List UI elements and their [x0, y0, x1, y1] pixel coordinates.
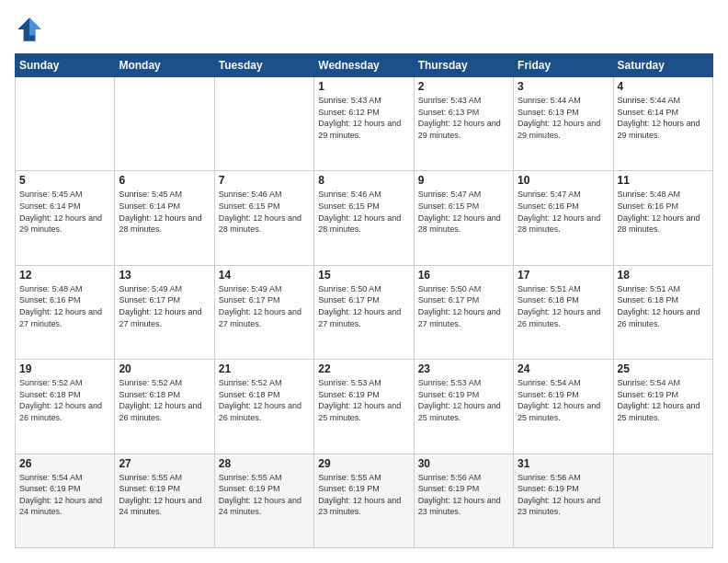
calendar-week-row: 26Sunrise: 5:54 AM Sunset: 6:19 PM Dayli… — [16, 454, 713, 547]
calendar-header-row: SundayMondayTuesdayWednesdayThursdayFrid… — [16, 54, 713, 77]
day-info: Sunrise: 5:51 AM Sunset: 6:18 PM Dayligh… — [618, 283, 709, 329]
day-info: Sunrise: 5:44 AM Sunset: 6:14 PM Dayligh… — [618, 95, 709, 141]
calendar-cell: 23Sunrise: 5:53 AM Sunset: 6:19 PM Dayli… — [414, 360, 513, 454]
day-number: 28 — [219, 457, 310, 470]
day-info: Sunrise: 5:55 AM Sunset: 6:19 PM Dayligh… — [318, 472, 409, 518]
calendar-cell: 3Sunrise: 5:44 AM Sunset: 6:13 PM Daylig… — [514, 77, 613, 171]
day-info: Sunrise: 5:52 AM Sunset: 6:18 PM Dayligh… — [19, 377, 110, 423]
day-number: 12 — [19, 269, 110, 282]
calendar-cell: 29Sunrise: 5:55 AM Sunset: 6:19 PM Dayli… — [314, 454, 414, 547]
calendar-cell: 26Sunrise: 5:54 AM Sunset: 6:19 PM Dayli… — [16, 454, 115, 547]
calendar-cell: 31Sunrise: 5:56 AM Sunset: 6:19 PM Dayli… — [514, 454, 613, 547]
weekday-header-thursday: Thursday — [414, 54, 513, 77]
day-info: Sunrise: 5:54 AM Sunset: 6:19 PM Dayligh… — [19, 472, 110, 518]
calendar-cell: 22Sunrise: 5:53 AM Sunset: 6:19 PM Dayli… — [314, 360, 414, 454]
day-info: Sunrise: 5:49 AM Sunset: 6:17 PM Dayligh… — [119, 283, 210, 329]
day-number: 6 — [119, 174, 210, 187]
day-number: 14 — [219, 269, 310, 282]
day-number: 21 — [219, 362, 310, 375]
day-info: Sunrise: 5:48 AM Sunset: 6:16 PM Dayligh… — [19, 283, 110, 329]
day-number: 8 — [318, 174, 409, 187]
day-info: Sunrise: 5:54 AM Sunset: 6:19 PM Dayligh… — [618, 377, 709, 423]
calendar-cell: 17Sunrise: 5:51 AM Sunset: 6:18 PM Dayli… — [514, 265, 613, 359]
day-info: Sunrise: 5:55 AM Sunset: 6:19 PM Dayligh… — [119, 472, 210, 518]
day-number: 3 — [518, 80, 609, 93]
day-number: 2 — [418, 80, 509, 93]
day-info: Sunrise: 5:46 AM Sunset: 6:15 PM Dayligh… — [219, 189, 310, 235]
day-number: 25 — [618, 362, 709, 375]
day-info: Sunrise: 5:56 AM Sunset: 6:19 PM Dayligh… — [418, 472, 509, 518]
calendar-cell — [115, 77, 214, 171]
day-number: 10 — [518, 174, 609, 187]
calendar-cell: 7Sunrise: 5:46 AM Sunset: 6:15 PM Daylig… — [214, 171, 313, 265]
weekday-header-friday: Friday — [514, 54, 613, 77]
day-number: 27 — [119, 457, 210, 470]
day-info: Sunrise: 5:47 AM Sunset: 6:15 PM Dayligh… — [418, 189, 509, 235]
page: SundayMondayTuesdayWednesdayThursdayFrid… — [0, 0, 728, 563]
calendar-cell: 18Sunrise: 5:51 AM Sunset: 6:18 PM Dayli… — [613, 265, 712, 359]
calendar-week-row: 12Sunrise: 5:48 AM Sunset: 6:16 PM Dayli… — [16, 265, 713, 359]
header — [15, 15, 713, 44]
calendar-cell: 16Sunrise: 5:50 AM Sunset: 6:17 PM Dayli… — [414, 265, 513, 359]
day-number: 20 — [119, 362, 210, 375]
weekday-header-tuesday: Tuesday — [214, 54, 313, 77]
day-info: Sunrise: 5:46 AM Sunset: 6:15 PM Dayligh… — [318, 189, 409, 235]
calendar-cell: 25Sunrise: 5:54 AM Sunset: 6:19 PM Dayli… — [613, 360, 712, 454]
day-info: Sunrise: 5:45 AM Sunset: 6:14 PM Dayligh… — [119, 189, 210, 235]
day-number: 22 — [318, 362, 409, 375]
day-info: Sunrise: 5:49 AM Sunset: 6:17 PM Dayligh… — [219, 283, 310, 329]
calendar-cell: 21Sunrise: 5:52 AM Sunset: 6:18 PM Dayli… — [214, 360, 313, 454]
calendar-cell: 30Sunrise: 5:56 AM Sunset: 6:19 PM Dayli… — [414, 454, 513, 547]
svg-marker-1 — [29, 17, 41, 35]
day-number: 29 — [318, 457, 409, 470]
calendar-cell: 20Sunrise: 5:52 AM Sunset: 6:18 PM Dayli… — [115, 360, 214, 454]
weekday-header-monday: Monday — [115, 54, 214, 77]
weekday-header-sunday: Sunday — [16, 54, 115, 77]
day-info: Sunrise: 5:48 AM Sunset: 6:16 PM Dayligh… — [618, 189, 709, 235]
day-info: Sunrise: 5:45 AM Sunset: 6:14 PM Dayligh… — [19, 189, 110, 235]
calendar-cell: 4Sunrise: 5:44 AM Sunset: 6:14 PM Daylig… — [613, 77, 712, 171]
logo — [15, 15, 48, 44]
day-info: Sunrise: 5:44 AM Sunset: 6:13 PM Dayligh… — [518, 95, 609, 141]
calendar-cell: 2Sunrise: 5:43 AM Sunset: 6:13 PM Daylig… — [414, 77, 513, 171]
day-number: 13 — [119, 269, 210, 282]
calendar-cell: 6Sunrise: 5:45 AM Sunset: 6:14 PM Daylig… — [115, 171, 214, 265]
day-number: 26 — [19, 457, 110, 470]
day-info: Sunrise: 5:47 AM Sunset: 6:16 PM Dayligh… — [518, 189, 609, 235]
calendar-cell: 24Sunrise: 5:54 AM Sunset: 6:19 PM Dayli… — [514, 360, 613, 454]
calendar-week-row: 1Sunrise: 5:43 AM Sunset: 6:12 PM Daylig… — [16, 77, 713, 171]
day-number: 18 — [618, 269, 709, 282]
calendar-cell: 12Sunrise: 5:48 AM Sunset: 6:16 PM Dayli… — [16, 265, 115, 359]
day-number: 5 — [19, 174, 110, 187]
calendar-week-row: 5Sunrise: 5:45 AM Sunset: 6:14 PM Daylig… — [16, 171, 713, 265]
calendar-cell: 15Sunrise: 5:50 AM Sunset: 6:17 PM Dayli… — [314, 265, 414, 359]
day-number: 30 — [418, 457, 509, 470]
day-number: 31 — [518, 457, 609, 470]
day-number: 4 — [618, 80, 709, 93]
calendar-cell: 11Sunrise: 5:48 AM Sunset: 6:16 PM Dayli… — [613, 171, 712, 265]
weekday-header-wednesday: Wednesday — [314, 54, 414, 77]
day-number: 23 — [418, 362, 509, 375]
calendar-cell: 19Sunrise: 5:52 AM Sunset: 6:18 PM Dayli… — [16, 360, 115, 454]
day-number: 19 — [19, 362, 110, 375]
day-number: 1 — [318, 80, 409, 93]
day-info: Sunrise: 5:51 AM Sunset: 6:18 PM Dayligh… — [518, 283, 609, 329]
calendar-week-row: 19Sunrise: 5:52 AM Sunset: 6:18 PM Dayli… — [16, 360, 713, 454]
calendar-cell: 8Sunrise: 5:46 AM Sunset: 6:15 PM Daylig… — [314, 171, 414, 265]
day-number: 7 — [219, 174, 310, 187]
calendar-cell — [613, 454, 712, 547]
calendar-cell: 14Sunrise: 5:49 AM Sunset: 6:17 PM Dayli… — [214, 265, 313, 359]
day-number: 9 — [418, 174, 509, 187]
day-number: 11 — [618, 174, 709, 187]
day-info: Sunrise: 5:55 AM Sunset: 6:19 PM Dayligh… — [219, 472, 310, 518]
day-info: Sunrise: 5:43 AM Sunset: 6:12 PM Dayligh… — [318, 95, 409, 141]
calendar-cell: 1Sunrise: 5:43 AM Sunset: 6:12 PM Daylig… — [314, 77, 414, 171]
day-info: Sunrise: 5:50 AM Sunset: 6:17 PM Dayligh… — [318, 283, 409, 329]
day-number: 15 — [318, 269, 409, 282]
calendar-table: SundayMondayTuesdayWednesdayThursdayFrid… — [15, 53, 713, 548]
day-info: Sunrise: 5:53 AM Sunset: 6:19 PM Dayligh… — [318, 377, 409, 423]
weekday-header-saturday: Saturday — [613, 54, 712, 77]
logo-icon — [15, 15, 44, 44]
calendar-cell — [16, 77, 115, 171]
day-info: Sunrise: 5:52 AM Sunset: 6:18 PM Dayligh… — [219, 377, 310, 423]
